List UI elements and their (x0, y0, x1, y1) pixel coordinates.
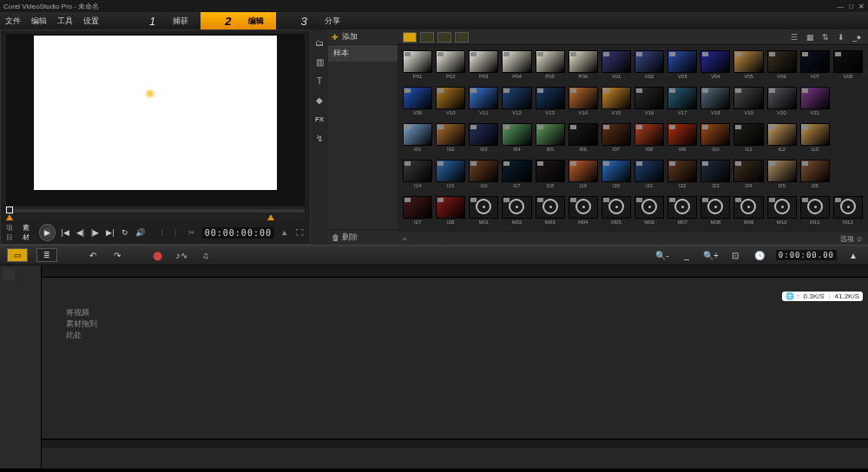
library-clip[interactable]: I25 (767, 160, 797, 193)
library-clip[interactable]: I19 (569, 160, 598, 193)
library-clip[interactable]: V10 (436, 87, 465, 120)
tab-capture[interactable]: 1 捕获 (125, 12, 201, 30)
zoom-slider-tl[interactable]: ⎯ (679, 249, 694, 261)
mode-clip-label[interactable]: 素材 (23, 223, 36, 242)
library-clip[interactable]: V01 (602, 50, 631, 83)
delete-label[interactable]: 删除 (342, 232, 358, 243)
library-clip[interactable]: I15 (436, 160, 465, 193)
library-clip[interactable]: I10 (700, 123, 730, 156)
mark-in-button[interactable]: 〔 (156, 227, 167, 238)
mixer-button[interactable]: ♪∿ (174, 249, 189, 261)
mode-project-label[interactable]: 项目 (6, 223, 19, 242)
graphic-tool[interactable]: ◆ (313, 94, 326, 106)
scrubber[interactable] (6, 209, 305, 213)
library-clip[interactable]: M12 (833, 196, 863, 229)
library-clip[interactable]: I02 (436, 123, 465, 156)
library-clip[interactable]: I17 (502, 160, 531, 193)
library-clip[interactable]: V02 (635, 50, 664, 83)
library-clip[interactable]: I27 (403, 196, 432, 229)
library-clip[interactable]: I06 (569, 123, 598, 156)
options-button[interactable]: 选项 ☆ (840, 234, 863, 244)
library-clip[interactable]: I13 (800, 123, 830, 156)
fit-project-button[interactable]: ⊡ (727, 249, 743, 261)
mark-in-out-row[interactable] (6, 214, 305, 221)
go-start-button[interactable]: |◀ (59, 226, 70, 239)
library-clip[interactable]: I05 (536, 123, 565, 156)
library-clip[interactable]: V03 (667, 50, 697, 83)
library-clip[interactable]: V14 (569, 87, 598, 120)
library-clip[interactable]: V12 (502, 87, 531, 120)
time-ruler[interactable] (42, 266, 868, 278)
library-clip[interactable]: M11 (800, 196, 830, 229)
import-button[interactable]: ⬇ (835, 32, 847, 43)
path-tool[interactable]: ↯ (313, 132, 326, 144)
go-end-button[interactable]: ▶| (104, 226, 115, 239)
preview-canvas[interactable] (6, 34, 305, 206)
auto-music-button[interactable]: ♫ (198, 249, 214, 261)
prev-frame-button[interactable]: ◀| (75, 226, 86, 239)
redo-button[interactable]: ↷ (109, 249, 125, 261)
timeline-body[interactable]: 将视频 素材拖到 此处 🌐 ↑ 0.3K/S ↓ 41.2K/S (42, 266, 868, 469)
menu-edit[interactable]: 编辑 (31, 16, 47, 27)
library-clip[interactable]: V11 (469, 87, 498, 120)
tab-share[interactable]: 3 分享 (276, 12, 352, 30)
duration-stepper[interactable]: ▲ (845, 249, 861, 261)
zoom-out-button[interactable]: 🔍- (654, 249, 670, 261)
library-clip[interactable]: P03 (469, 50, 498, 83)
split-button[interactable]: ✂ (187, 227, 197, 238)
collapse-library[interactable]: « (403, 235, 411, 243)
play-button[interactable]: ▶ (39, 224, 56, 241)
library-clip[interactable]: I23 (700, 160, 730, 193)
volume-button[interactable]: 🔊 (135, 226, 146, 239)
library-clip[interactable]: P04 (502, 50, 531, 83)
library-clip[interactable]: P01 (403, 50, 432, 83)
library-clip[interactable]: M06 (635, 196, 664, 229)
library-clip[interactable]: V19 (733, 87, 763, 120)
library-clip[interactable]: P05 (536, 50, 565, 83)
close-button[interactable]: ✕ (858, 3, 865, 10)
library-clip[interactable]: V06 (767, 50, 797, 83)
library-clip[interactable]: V21 (800, 87, 830, 120)
storyboard-mode[interactable]: ▭ (7, 248, 28, 262)
record-button[interactable]: ⬤ (149, 249, 165, 261)
undo-button[interactable]: ↶ (85, 249, 101, 261)
track-toggle[interactable] (3, 268, 15, 280)
library-clip[interactable]: M07 (667, 196, 697, 229)
title-tool[interactable]: T (313, 75, 326, 87)
library-clip[interactable]: V17 (667, 87, 697, 120)
repeat-button[interactable]: ↻ (120, 226, 131, 239)
timeline-scrollbar[interactable] (42, 439, 868, 448)
library-clip[interactable]: M02 (502, 196, 531, 229)
library-clip[interactable]: I22 (667, 160, 697, 193)
transition-tool[interactable]: ▥ (313, 56, 326, 68)
library-clip[interactable]: M08 (700, 196, 730, 229)
tab-edit[interactable]: 2 编辑 (201, 12, 276, 30)
library-clip[interactable]: V07 (800, 50, 830, 83)
library-clip[interactable]: I07 (602, 123, 631, 156)
library-clip[interactable]: I16 (469, 160, 498, 193)
library-clip[interactable]: M05 (602, 196, 631, 229)
filter-video[interactable] (420, 32, 434, 43)
add-folder-icon[interactable]: ✚ (332, 33, 339, 42)
library-clip[interactable]: I21 (635, 160, 664, 193)
library-clip[interactable]: V09 (403, 87, 432, 120)
folder-sample[interactable]: 样本 (328, 45, 398, 62)
mark-out-button[interactable]: 〕 (172, 227, 182, 238)
zoom-slider[interactable]: ⎯● (851, 32, 863, 43)
library-clip[interactable]: V20 (767, 87, 797, 120)
timecode-stepper[interactable]: ▲ (279, 227, 290, 238)
library-clip[interactable]: I12 (767, 123, 797, 156)
library-clip[interactable]: M01 (469, 196, 498, 229)
library-clip[interactable]: V08 (833, 50, 863, 83)
menu-file[interactable]: 文件 (5, 16, 21, 27)
video-track[interactable]: 将视频 素材拖到 此处 🌐 ↑ 0.3K/S ↓ 41.2K/S (42, 278, 868, 439)
library-clip[interactable]: P06 (569, 50, 598, 83)
filter-tool[interactable]: FX (313, 113, 326, 125)
library-clip[interactable]: I26 (800, 160, 830, 193)
view-list[interactable]: ☰ (788, 32, 800, 43)
trash-icon[interactable]: 🗑 (332, 233, 339, 242)
library-clip[interactable]: V18 (700, 87, 730, 120)
library-clip[interactable]: I20 (602, 160, 631, 193)
library-clip[interactable]: V16 (635, 87, 664, 120)
timeline-mode[interactable]: ≣ (36, 248, 57, 262)
